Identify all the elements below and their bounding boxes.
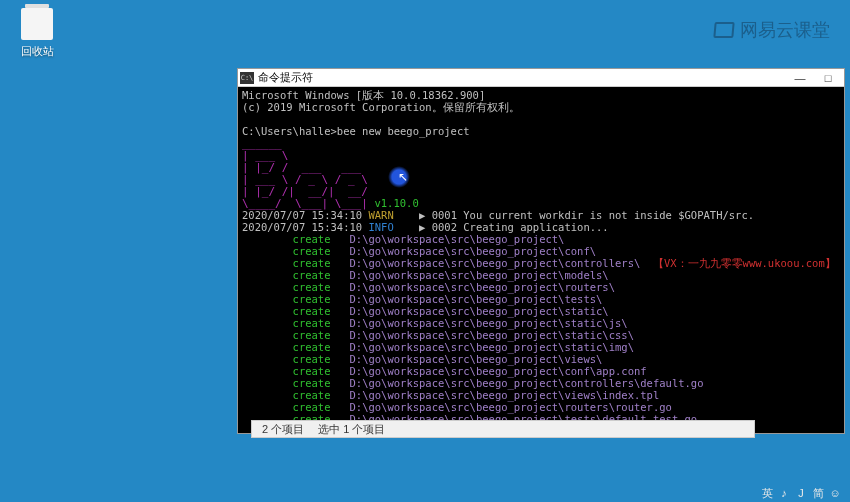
titlebar[interactable]: C:\ 命令提示符 — □ (238, 69, 844, 87)
simplified-indicator[interactable]: 简 (811, 486, 825, 500)
recycle-bin-icon (21, 8, 53, 40)
item-count: 2 个项目 (262, 422, 304, 437)
cmd-icon: C:\ (240, 72, 254, 84)
explorer-statusbar: 2 个项目 选中 1 个项目 (251, 420, 755, 438)
system-tray[interactable]: 英 ♪ J 简 ☺ (760, 486, 842, 500)
ime-indicator[interactable]: 英 (760, 486, 774, 500)
ime-mode[interactable]: J (794, 486, 808, 500)
music-icon[interactable]: ♪ (777, 486, 791, 500)
recycle-bin[interactable]: 回收站 (12, 8, 62, 59)
maximize-button[interactable]: □ (814, 72, 842, 84)
terminal-output[interactable]: Microsoft Windows [版本 10.0.18362.900] (c… (238, 87, 844, 433)
watermark: 网易云课堂 (714, 18, 830, 42)
watermark-text: 网易云课堂 (740, 18, 830, 42)
recycle-bin-label: 回收站 (21, 44, 54, 59)
command-prompt-window[interactable]: C:\ 命令提示符 — □ Microsoft Windows [版本 10.0… (237, 68, 845, 434)
watermark-icon (713, 22, 734, 38)
minimize-button[interactable]: — (786, 72, 814, 84)
selected-count: 选中 1 个项目 (318, 422, 385, 437)
smiley-icon[interactable]: ☺ (828, 486, 842, 500)
window-title: 命令提示符 (258, 70, 786, 85)
